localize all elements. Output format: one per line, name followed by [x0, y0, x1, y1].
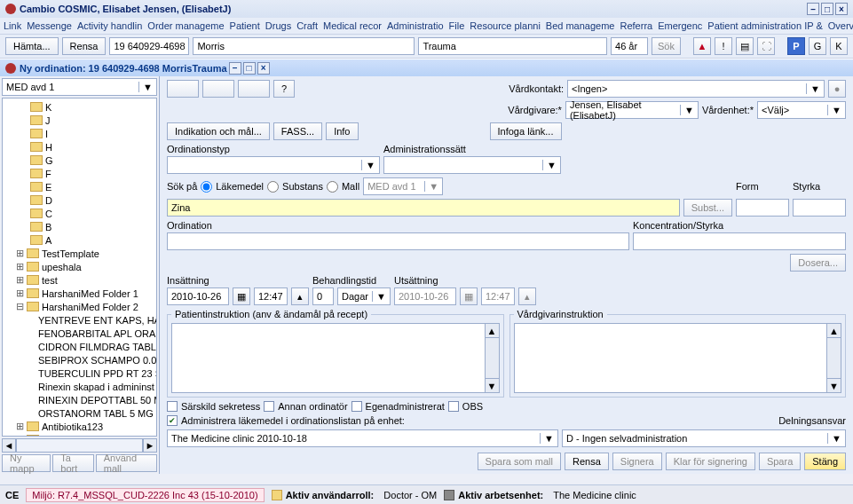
konc-input[interactable] — [633, 232, 846, 250]
vardkontakt-select[interactable]: <Ingen>▼ — [567, 80, 825, 98]
calendar-icon[interactable]: ▦ — [460, 287, 478, 305]
menu-item[interactable]: Patient administration IP & — [707, 20, 822, 31]
img-icon[interactable]: ⛶ — [757, 37, 775, 55]
menu-item[interactable]: Administratio — [387, 20, 444, 31]
menu-item[interactable]: Emergenc — [658, 20, 702, 31]
age-input[interactable] — [611, 37, 648, 55]
utsatt-date[interactable] — [394, 287, 456, 305]
patient-name-input[interactable] — [193, 37, 415, 55]
patient-instruction-textarea[interactable]: ▲▼ — [171, 323, 500, 393]
menu-item[interactable]: Order manageme — [147, 20, 224, 31]
styrka-input[interactable] — [793, 199, 846, 217]
lakemedel-radio[interactable] — [201, 181, 212, 193]
mall-radio[interactable] — [327, 181, 338, 193]
utsatt-time[interactable] — [481, 287, 515, 305]
fetch-button[interactable]: Hämta... — [5, 37, 59, 55]
sub-close-icon[interactable]: × — [257, 62, 270, 75]
sarskild-checkbox[interactable] — [167, 401, 178, 412]
menu-item[interactable]: Craft — [296, 20, 318, 31]
k-button[interactable]: K — [830, 37, 848, 55]
ordination-form: ? Vårdkontakt: <Ingen>▼ ● Vårdgivare:* J… — [160, 76, 853, 474]
signera-button[interactable]: Signera — [612, 453, 662, 470]
patient-toolbar: Hämta... Rensa Sök ▲ ! ▤ ⛶ P G K — [0, 34, 853, 59]
menubar[interactable]: Link Messenge Activity handlin Order man… — [0, 18, 853, 34]
doc-icon[interactable]: ▤ — [736, 37, 754, 55]
menu-item[interactable]: Patient — [230, 20, 260, 31]
duration-unit-select[interactable]: Dagar▼ — [337, 287, 391, 305]
sub-maximize-icon[interactable]: □ — [243, 62, 256, 75]
lakemedel-label: Läkemedel — [216, 181, 264, 192]
vardkontakt-extra-icon[interactable]: ● — [828, 80, 846, 98]
minimize-icon[interactable]: – — [807, 3, 819, 15]
vardenhet-select[interactable]: <Välj>▼ — [757, 101, 846, 119]
delning-select[interactable]: D - Ingen selvadministration▼ — [562, 429, 846, 447]
menu-item[interactable]: File — [449, 20, 465, 31]
use-template-button[interactable]: Använd mall — [96, 454, 157, 472]
tree-hscroll[interactable]: ◄ ► — [2, 438, 157, 453]
ordination-input[interactable] — [167, 232, 629, 250]
fass-button[interactable]: FASS... — [273, 122, 322, 140]
new-folder-button[interactable]: Ny mapp — [2, 454, 51, 472]
chevron-down-icon[interactable]: ▼ — [138, 82, 153, 92]
nav-next-button[interactable] — [238, 80, 270, 98]
annan-checkbox[interactable] — [264, 401, 274, 412]
spara-button[interactable]: Spara — [759, 453, 801, 470]
dosera-button[interactable]: Dosera... — [790, 254, 846, 272]
menu-item[interactable]: Resource planni — [470, 20, 541, 31]
spara-mall-button[interactable]: Spara som mall — [478, 453, 561, 470]
nav-prev-button[interactable] — [167, 80, 199, 98]
subst-button[interactable]: Subst... — [683, 199, 732, 217]
help-button[interactable]: ? — [273, 80, 295, 98]
search-button[interactable]: Sök — [652, 37, 681, 55]
calendar-icon[interactable]: ▦ — [233, 287, 250, 305]
form-input[interactable] — [736, 199, 789, 217]
caregiver-instruction-textarea[interactable]: ▲▼ — [514, 323, 842, 393]
rensa-button[interactable]: Rensa — [565, 453, 609, 470]
egen-checkbox[interactable] — [351, 401, 362, 412]
maximize-icon[interactable]: □ — [821, 3, 833, 15]
scroll-right-icon[interactable]: ► — [143, 438, 157, 453]
insatt-time[interactable] — [254, 287, 288, 305]
administrera-checkbox[interactable]: ✔ — [167, 415, 178, 426]
scroll-left-icon[interactable]: ◄ — [2, 438, 16, 453]
template-tree[interactable]: K J I H G F E D C B A ⊞TestTemplate ⊞upe… — [2, 98, 157, 437]
klar-button[interactable]: Klar för signering — [666, 453, 755, 470]
duration-input[interactable] — [312, 287, 334, 305]
menu-item[interactable]: Medical recor — [323, 20, 382, 31]
clear-button[interactable]: Rensa — [62, 37, 107, 55]
nav-mid-button[interactable] — [202, 80, 234, 98]
infoga-lank-button[interactable]: Infoga länk... — [490, 122, 562, 140]
time-stepper-icon[interactable]: ▴ — [291, 287, 309, 305]
ordtyp-select[interactable]: ▼ — [167, 156, 380, 174]
menu-item[interactable]: Link — [4, 20, 21, 31]
obs-checkbox[interactable] — [448, 401, 459, 412]
menu-item[interactable]: Bed manageme — [546, 20, 615, 31]
delete-button[interactable]: Ta bort — [52, 454, 93, 472]
vardgivare-select[interactable]: Jensen, Elisabet (ElisabetJ)▼ — [565, 101, 699, 119]
patient-id-input[interactable] — [109, 37, 189, 55]
ordination-label: Ordination — [167, 220, 629, 231]
substans-radio[interactable] — [267, 181, 279, 193]
info-button[interactable]: Info — [326, 122, 358, 140]
menu-item[interactable]: Referra — [620, 20, 653, 31]
mall-select[interactable]: MED avd 1▼ — [363, 177, 443, 195]
indikation-button[interactable]: Indikation och mål... — [167, 122, 270, 140]
admsatt-select[interactable]: ▼ — [383, 156, 561, 174]
menu-item[interactable]: Messenge — [27, 20, 72, 31]
drug-search-input[interactable] — [167, 199, 680, 217]
menu-item[interactable]: Drugs — [265, 20, 291, 31]
insatt-date[interactable] — [167, 287, 229, 305]
g-button[interactable]: G — [809, 37, 826, 55]
alert-icon[interactable]: ▲ — [693, 37, 711, 55]
p-button[interactable]: P — [787, 37, 805, 55]
menu-item[interactable]: Overviews — [828, 20, 853, 31]
unit-select[interactable]: MED avd 1 ▼ — [2, 78, 157, 96]
sub-minimize-icon[interactable]: – — [229, 62, 241, 75]
time-stepper-icon[interactable]: ▴ — [518, 287, 536, 305]
stang-button[interactable]: Stäng — [804, 453, 846, 470]
diagnosis-input[interactable] — [418, 37, 607, 55]
exclaim-icon[interactable]: ! — [715, 37, 732, 55]
enhet-select[interactable]: The Medicine clinic 2010-10-18▼ — [167, 429, 558, 447]
menu-item[interactable]: Activity handlin — [77, 20, 142, 31]
close-icon[interactable]: × — [835, 3, 848, 15]
